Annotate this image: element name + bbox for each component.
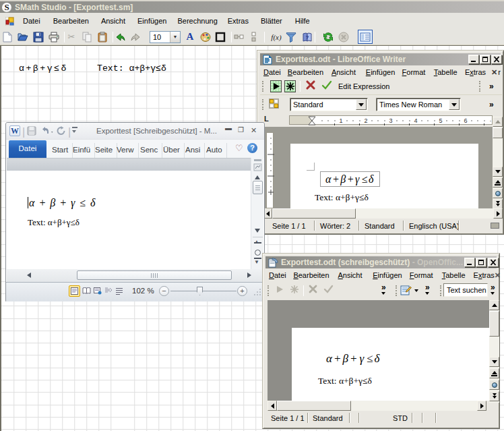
svg-text:6: 6 xyxy=(464,117,467,124)
svg-text:1: 1 xyxy=(339,117,342,124)
svg-text:5: 5 xyxy=(439,117,442,124)
svg-text:?: ? xyxy=(306,34,309,40)
svg-text:3: 3 xyxy=(389,117,392,124)
svg-text:·: · xyxy=(490,117,492,124)
svg-text:2: 2 xyxy=(364,117,367,124)
svg-text:4: 4 xyxy=(414,117,417,124)
